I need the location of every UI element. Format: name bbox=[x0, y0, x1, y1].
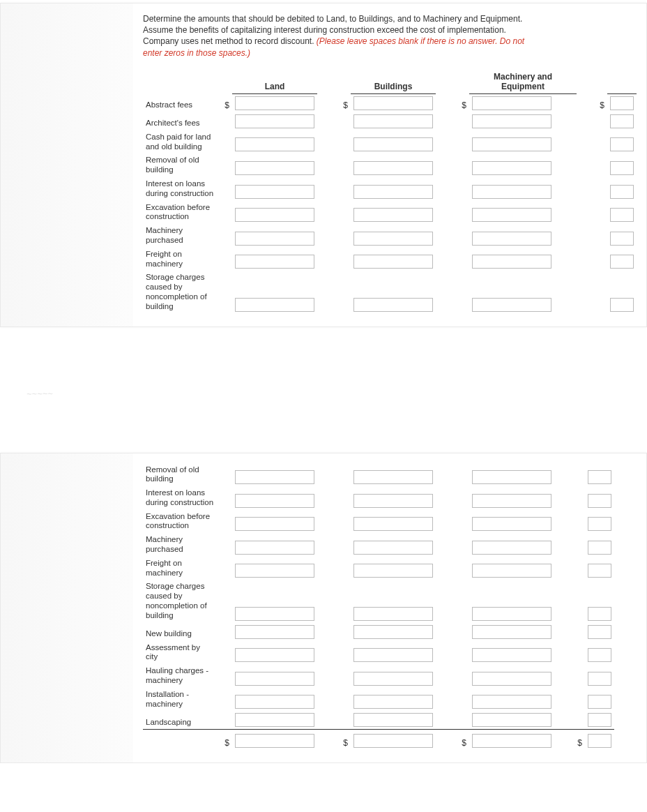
other-input[interactable] bbox=[610, 137, 634, 151]
other-input[interactable] bbox=[610, 161, 634, 175]
total-other-input[interactable] bbox=[588, 734, 611, 748]
dollar-sign bbox=[217, 510, 232, 534]
other-input[interactable] bbox=[588, 494, 611, 508]
land-input[interactable] bbox=[235, 541, 314, 555]
dollar-sign bbox=[570, 580, 585, 622]
buildings-input[interactable] bbox=[353, 232, 433, 246]
land-input[interactable] bbox=[235, 114, 314, 128]
land-input[interactable] bbox=[235, 255, 314, 269]
land-input[interactable] bbox=[235, 161, 314, 175]
buildings-input[interactable] bbox=[353, 541, 433, 555]
mande-input[interactable] bbox=[472, 648, 551, 662]
buildings-input[interactable] bbox=[353, 298, 433, 312]
total-mande-input[interactable] bbox=[472, 734, 551, 748]
other-input[interactable] bbox=[588, 607, 611, 621]
land-input[interactable] bbox=[235, 232, 314, 246]
buildings-input[interactable] bbox=[353, 625, 433, 639]
mande-input[interactable] bbox=[472, 564, 551, 578]
buildings-input[interactable] bbox=[353, 470, 433, 484]
other-input[interactable] bbox=[588, 672, 611, 686]
other-input[interactable] bbox=[610, 96, 634, 110]
dollar-sign bbox=[217, 112, 232, 130]
other-input[interactable] bbox=[610, 298, 634, 312]
buildings-input[interactable] bbox=[353, 564, 433, 578]
other-input[interactable] bbox=[588, 695, 611, 709]
other-input[interactable] bbox=[610, 208, 634, 222]
buildings-input[interactable] bbox=[353, 713, 433, 727]
mande-input[interactable] bbox=[472, 607, 551, 621]
mande-input[interactable] bbox=[472, 713, 551, 727]
land-input[interactable] bbox=[235, 517, 314, 531]
buildings-input[interactable] bbox=[353, 161, 433, 175]
mande-input[interactable] bbox=[472, 470, 551, 484]
land-input[interactable] bbox=[235, 137, 314, 151]
land-input[interactable] bbox=[235, 648, 314, 662]
row-label: Excavation before construction bbox=[143, 201, 217, 225]
mande-input[interactable] bbox=[472, 114, 551, 128]
land-input[interactable] bbox=[235, 607, 314, 621]
land-input[interactable] bbox=[235, 494, 314, 508]
mande-input[interactable] bbox=[472, 96, 551, 110]
land-input[interactable] bbox=[235, 672, 314, 686]
land-input[interactable] bbox=[235, 470, 314, 484]
buildings-input[interactable] bbox=[353, 185, 433, 199]
dollar-sign bbox=[454, 271, 469, 313]
buildings-input[interactable] bbox=[353, 648, 433, 662]
table-row: Storage charges caused by noncompletion … bbox=[143, 580, 614, 622]
table-row: Hauling charges - machinery bbox=[143, 664, 614, 688]
mande-input[interactable] bbox=[472, 137, 551, 151]
dollar-sign bbox=[335, 112, 351, 130]
total-land-input[interactable] bbox=[235, 734, 314, 748]
table-row: Storage charges caused by noncompletion … bbox=[143, 271, 637, 313]
buildings-input[interactable] bbox=[353, 695, 433, 709]
mande-input[interactable] bbox=[472, 232, 551, 246]
other-input[interactable] bbox=[610, 232, 634, 246]
other-input[interactable] bbox=[588, 564, 611, 578]
mande-input[interactable] bbox=[472, 672, 551, 686]
other-input[interactable] bbox=[610, 114, 634, 128]
buildings-input[interactable] bbox=[353, 607, 433, 621]
mande-input[interactable] bbox=[472, 494, 551, 508]
dollar-sign bbox=[335, 463, 351, 487]
buildings-input[interactable] bbox=[353, 494, 433, 508]
other-input[interactable] bbox=[588, 625, 611, 639]
land-input[interactable] bbox=[235, 185, 314, 199]
mande-input[interactable] bbox=[472, 255, 551, 269]
mande-input[interactable] bbox=[472, 161, 551, 175]
other-input[interactable] bbox=[588, 648, 611, 662]
total-buildings-input[interactable] bbox=[353, 734, 433, 748]
buildings-input[interactable] bbox=[353, 208, 433, 222]
dollar-sign bbox=[570, 486, 585, 510]
mande-input[interactable] bbox=[472, 208, 551, 222]
mande-input[interactable] bbox=[472, 625, 551, 639]
land-input[interactable] bbox=[235, 96, 314, 110]
mande-input[interactable] bbox=[472, 298, 551, 312]
mande-input[interactable] bbox=[472, 695, 551, 709]
mande-input[interactable] bbox=[472, 517, 551, 531]
dollar-sign bbox=[454, 112, 469, 130]
other-input[interactable] bbox=[588, 470, 611, 484]
buildings-input[interactable] bbox=[353, 96, 433, 110]
buildings-input[interactable] bbox=[353, 672, 433, 686]
buildings-input[interactable] bbox=[353, 137, 433, 151]
buildings-input[interactable] bbox=[353, 517, 433, 531]
mande-input[interactable] bbox=[472, 541, 551, 555]
land-input[interactable] bbox=[235, 208, 314, 222]
mande-input[interactable] bbox=[472, 185, 551, 199]
dollar-sign bbox=[592, 248, 607, 271]
dollar-sign bbox=[454, 510, 469, 534]
land-input[interactable] bbox=[235, 564, 314, 578]
buildings-input[interactable] bbox=[353, 255, 433, 269]
other-input[interactable] bbox=[588, 541, 611, 555]
other-input[interactable] bbox=[588, 517, 611, 531]
other-input[interactable] bbox=[588, 713, 611, 727]
other-input[interactable] bbox=[610, 255, 634, 269]
buildings-input[interactable] bbox=[353, 114, 433, 128]
land-input[interactable] bbox=[235, 298, 314, 312]
land-input[interactable] bbox=[235, 695, 314, 709]
land-input[interactable] bbox=[235, 625, 314, 639]
dollar-sign bbox=[570, 641, 585, 665]
land-input[interactable] bbox=[235, 713, 314, 727]
other-input[interactable] bbox=[610, 185, 634, 199]
row-label: Machinery purchased bbox=[143, 533, 217, 557]
